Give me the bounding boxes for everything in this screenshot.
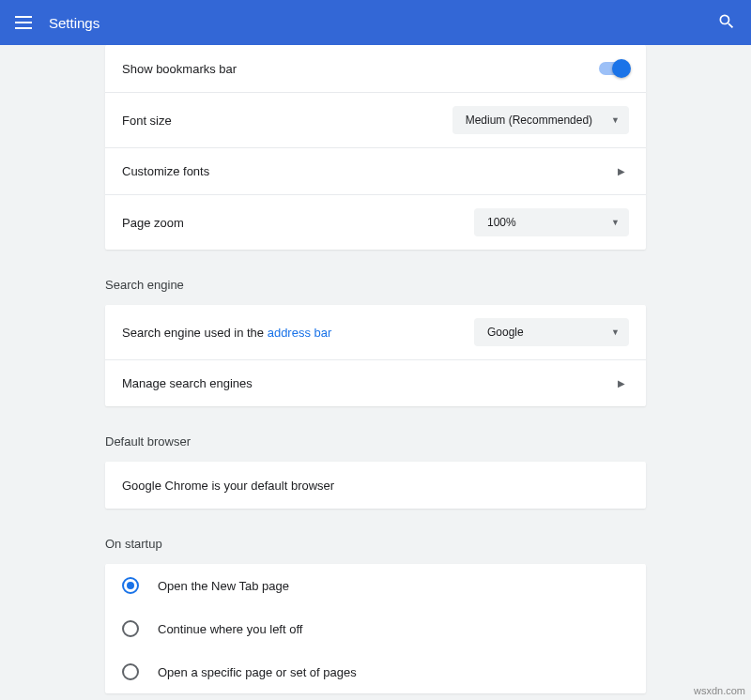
menu-icon[interactable] <box>15 16 32 29</box>
search-engine-label: Search engine used in the address bar <box>122 326 331 340</box>
chevron-right-icon: ▶ <box>618 166 629 176</box>
radio-icon[interactable] <box>122 620 139 637</box>
startup-opt3-label: Open a specific page or set of pages <box>158 665 357 679</box>
startup-option-continue[interactable]: Continue where you left off <box>105 607 646 650</box>
startup-opt1-label: Open the New Tab page <box>158 579 289 593</box>
manage-search-engines-row[interactable]: Manage search engines ▶ <box>105 359 646 406</box>
address-bar-link[interactable]: address bar <box>268 326 332 340</box>
startup-option-newtab[interactable]: Open the New Tab page <box>105 564 646 607</box>
app-header: Settings <box>0 0 751 45</box>
chevron-down-icon: ▼ <box>611 115 620 125</box>
manage-search-engines-label: Manage search engines <box>122 376 253 390</box>
search-icon[interactable] <box>717 12 736 34</box>
chevron-right-icon: ▶ <box>618 378 629 388</box>
page-zoom-dropdown[interactable]: 100% ▼ <box>474 208 629 236</box>
chevron-down-icon: ▼ <box>611 218 620 227</box>
customize-fonts-row[interactable]: Customize fonts ▶ <box>105 147 646 194</box>
search-engine-dropdown[interactable]: Google ▼ <box>474 318 629 346</box>
chevron-down-icon: ▼ <box>611 327 620 337</box>
default-browser-title: Default browser <box>105 434 646 449</box>
content-area: Show bookmarks bar Font size Medium (Rec… <box>0 45 751 700</box>
startup-title: On startup <box>105 537 646 551</box>
header-left: Settings <box>15 15 100 31</box>
page-zoom-label: Page zoom <box>122 216 184 230</box>
appearance-card: Show bookmarks bar Font size Medium (Rec… <box>105 45 646 250</box>
font-size-value: Medium (Recommended) <box>466 114 592 127</box>
search-engine-row: Search engine used in the address bar Go… <box>105 305 646 359</box>
startup-option-specific[interactable]: Open a specific page or set of pages <box>105 650 646 693</box>
page-zoom-value: 100% <box>487 216 516 229</box>
page-zoom-row: Page zoom 100% ▼ <box>105 194 646 250</box>
bookmarks-label: Show bookmarks bar <box>122 62 237 76</box>
default-browser-card: Google Chrome is your default browser <box>105 462 646 509</box>
font-size-dropdown[interactable]: Medium (Recommended) ▼ <box>452 106 629 134</box>
search-engine-value: Google <box>487 326 524 339</box>
startup-opt2-label: Continue where you left off <box>158 622 302 636</box>
page-title: Settings <box>49 15 100 31</box>
customize-fonts-label: Customize fonts <box>122 164 209 178</box>
bookmarks-toggle[interactable] <box>599 62 629 75</box>
bookmarks-row: Show bookmarks bar <box>105 45 646 92</box>
radio-icon[interactable] <box>122 663 139 680</box>
default-browser-row: Google Chrome is your default browser <box>105 462 646 509</box>
watermark: wsxdn.com <box>694 685 745 696</box>
startup-card: Open the New Tab page Continue where you… <box>105 564 646 693</box>
search-engine-title: Search engine <box>105 278 646 292</box>
font-size-row: Font size Medium (Recommended) ▼ <box>105 92 646 147</box>
radio-icon[interactable] <box>122 577 139 594</box>
search-engine-card: Search engine used in the address bar Go… <box>105 305 646 406</box>
default-browser-message: Google Chrome is your default browser <box>122 479 334 493</box>
font-size-label: Font size <box>122 114 172 128</box>
